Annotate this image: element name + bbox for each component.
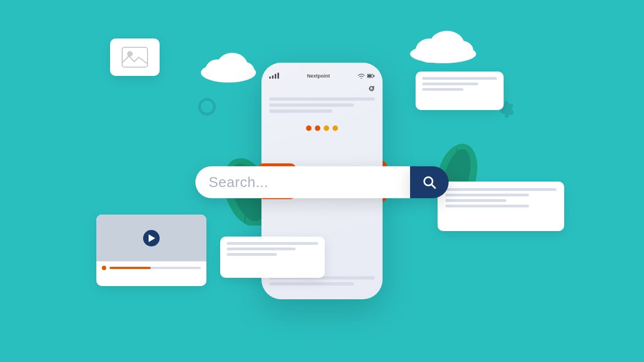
main-scene: Nextpoint: [0, 0, 644, 362]
play-button[interactable]: [143, 230, 160, 246]
cloud-left: [198, 50, 259, 85]
app-name: Nextpoint: [307, 73, 330, 79]
cloud-right: [407, 28, 479, 65]
battery-icon: [367, 74, 375, 78]
refresh-icon: [269, 84, 375, 94]
svg-point-9: [232, 62, 254, 79]
svg-rect-19: [122, 47, 148, 67]
svg-line-18: [432, 184, 435, 188]
search-input-area[interactable]: Search...: [195, 166, 410, 198]
phone-content-lines-bottom: [269, 276, 375, 288]
search-icon: [422, 174, 437, 190]
svg-point-20: [127, 51, 133, 57]
search-button[interactable]: [410, 166, 449, 198]
progress-bar-fill: [110, 267, 151, 269]
svg-point-13: [449, 41, 473, 61]
phone-content-lines-top: [269, 97, 375, 116]
dots-row: [306, 125, 338, 131]
play-triangle: [149, 234, 155, 242]
card-image-topleft: [110, 39, 160, 76]
phone-header: Nextpoint: [269, 73, 375, 79]
card-video: [96, 215, 206, 286]
svg-rect-16: [368, 75, 372, 77]
search-bar[interactable]: Search...: [195, 166, 449, 198]
phone-status-icons: [358, 73, 375, 79]
ring-decoration: [198, 98, 216, 116]
progress-dot: [102, 266, 106, 270]
video-progress-bar: [96, 261, 206, 275]
progress-bar-background: [110, 267, 201, 269]
video-thumbnail: [96, 215, 206, 261]
wifi-icon: [358, 73, 365, 79]
image-placeholder-icon: [121, 46, 149, 68]
svg-rect-15: [374, 75, 375, 76]
card-text-bottomcenter: [220, 237, 325, 278]
search-placeholder: Search...: [209, 174, 269, 191]
signal-bars: [269, 73, 279, 79]
card-text-right: [438, 182, 564, 231]
card-text-topright: [416, 72, 504, 110]
